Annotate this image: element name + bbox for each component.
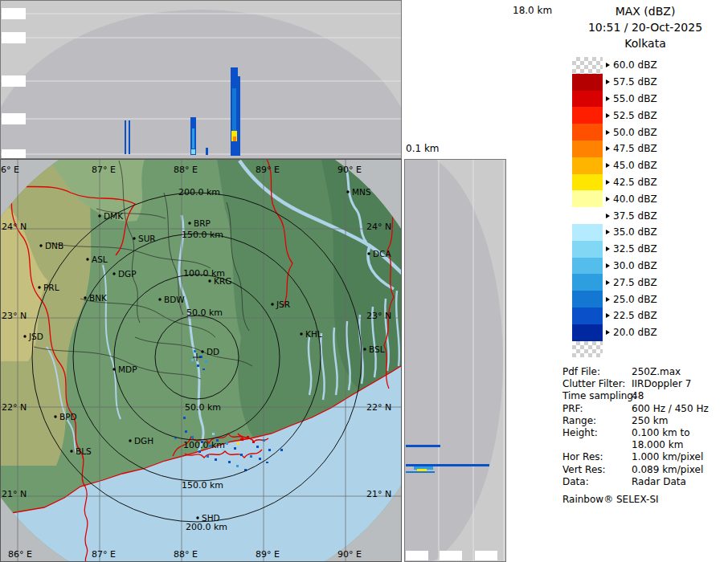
- city-label: MNS: [352, 187, 371, 197]
- longitude-label: 88° E: [174, 165, 198, 175]
- city-dot: [86, 258, 88, 260]
- legend-tick-arrow-icon: [606, 280, 610, 285]
- latitude-label: 23° N: [2, 311, 27, 321]
- legend-value-label: 47.5 dBZ: [613, 143, 657, 154]
- legend-tick-arrow-icon: [606, 146, 610, 151]
- city-dot: [201, 350, 203, 352]
- legend-value-label: 57.5 dBZ: [613, 76, 657, 88]
- legend-tick-arrow-icon: [606, 330, 610, 335]
- info-label: Vert Res:: [562, 464, 632, 476]
- city-dot: [367, 252, 370, 255]
- city-dot: [196, 516, 198, 519]
- info-value: 250Z.max: [632, 366, 681, 378]
- legend-value-label: 22.5 dBZ: [613, 310, 657, 321]
- radar-display-window: { "axes": { "top": "18.0 km", "corner": …: [0, 0, 728, 562]
- station-name: Kolkata: [562, 35, 728, 51]
- legend-value-label: 40.0 dBZ: [613, 193, 657, 205]
- city-dot: [23, 335, 26, 337]
- legend-entry: 20.0 dBZ: [572, 324, 728, 341]
- legend-tick-arrow-icon: [606, 130, 610, 135]
- right-cross-section-panel: [404, 159, 506, 562]
- height-axis-min-label: 0.1 km: [406, 143, 440, 154]
- legend-entry: 57.5 dBZ: [572, 74, 728, 91]
- legend-value-label: 60.0 dBZ: [613, 59, 657, 71]
- latitude-label: 21° N: [2, 489, 27, 499]
- city-label: DCA: [373, 249, 391, 259]
- legend-tick-arrow-icon: [606, 230, 610, 234]
- city-label: SUR: [138, 234, 156, 243]
- legend-entry: 60.0 dBZ: [572, 57, 728, 74]
- legend-swatch: [572, 274, 603, 291]
- info-value: Radar Data: [632, 476, 686, 488]
- city-dot: [112, 368, 115, 370]
- legend-tick-arrow-icon: [606, 79, 610, 84]
- info-row: Data:Radar Data: [562, 476, 728, 488]
- legend-entry: 30.0 dBZ: [572, 258, 728, 275]
- radar-map-panel: MNSDMKBRPSURDNBASLDGPKRGDCAPRLBNKBDWJSRJ…: [0, 159, 402, 562]
- info-label: PRF:: [562, 403, 632, 415]
- latitude-label: 22° N: [366, 402, 391, 413]
- city-dot: [70, 450, 72, 452]
- legend-value-label: 37.5 dBZ: [613, 210, 657, 222]
- info-label: Clutter Filter:: [562, 378, 632, 390]
- city-dot: [158, 298, 161, 300]
- legend-entry: 42.5 dBZ: [572, 174, 728, 191]
- info-value: 250 km: [632, 415, 668, 427]
- legend-swatch: [572, 140, 603, 157]
- legend-scale: 60.0 dBZ57.5 dBZ55.0 dBZ52.5 dBZ50.0 dBZ…: [562, 57, 728, 357]
- info-label: Data:: [562, 476, 632, 488]
- legend-swatch: [572, 124, 603, 140]
- latitude-label: 24° N: [366, 222, 391, 232]
- city-label: BDW: [164, 295, 185, 304]
- legend-tick-arrow-icon: [606, 163, 610, 168]
- legend-swatch: [572, 291, 603, 307]
- info-label: Time sampling:: [562, 390, 632, 402]
- software-branding: Rainbow® SELEX-SI: [562, 494, 728, 506]
- legend-entry: 27.5 dBZ: [572, 274, 728, 291]
- city-label: JSR: [276, 299, 290, 309]
- range-ring-label: 150.0 km: [182, 480, 223, 491]
- legend-entry: 45.0 dBZ: [572, 157, 728, 174]
- legend-swatch: [572, 91, 603, 108]
- info-row: Vert Res:0.089 km/pixel: [562, 464, 728, 476]
- info-row: Hor Res:1.000 km/pixel: [562, 451, 728, 463]
- legend-swatch: [572, 324, 603, 341]
- range-ring-label: 100.0 km: [183, 268, 225, 279]
- legend-swatch: [572, 174, 603, 191]
- legend-swatch: [572, 241, 603, 258]
- longitude-label: 86° E: [8, 549, 32, 560]
- legend-swatch: [572, 307, 603, 324]
- legend-value-label: 52.5 dBZ: [613, 110, 657, 121]
- city-dot: [129, 439, 131, 442]
- legend-tick-arrow-icon: [606, 197, 610, 202]
- city-dot: [38, 286, 40, 288]
- info-row: Clutter Filter:IIRDoppler 7: [562, 378, 728, 390]
- city-dot: [300, 332, 302, 335]
- info-label: Hor Res:: [562, 451, 632, 463]
- height-tick-boxes: [406, 551, 497, 560]
- scan-info-panel: Pdf File:250Z.maxClutter Filter:IIRDoppl…: [562, 366, 728, 506]
- info-label: Range:: [562, 415, 632, 427]
- legend-entry: 32.5 dBZ: [572, 241, 728, 258]
- city-dot: [188, 222, 190, 224]
- legend-tick-arrow-icon: [606, 214, 610, 218]
- city-dot: [208, 279, 211, 282]
- info-row: PRF:600 Hz / 450 Hz: [562, 403, 728, 415]
- legend-value-label: 25.0 dBZ: [613, 294, 657, 305]
- legend-entry: 52.5 dBZ: [572, 107, 728, 124]
- info-row: Pdf File:250Z.max: [562, 366, 728, 378]
- info-row: Time sampling:48: [562, 390, 728, 402]
- legend-value-label: 27.5 dBZ: [613, 277, 657, 288]
- legend-tick-arrow-icon: [606, 313, 610, 318]
- height-axis-max-label: 18.0 km: [513, 5, 552, 16]
- legend-value-label: 55.0 dBZ: [613, 93, 657, 104]
- longitude-label: 90° E: [337, 165, 362, 175]
- range-ring-label: 50.0 km: [185, 402, 221, 413]
- legend-tick-arrow-icon: [606, 263, 610, 268]
- latitude-label: 24° N: [2, 222, 27, 232]
- legend-tick-arrow-icon: [606, 96, 610, 101]
- city-label: BPD: [59, 412, 77, 422]
- city-label: MDP: [118, 364, 137, 374]
- legend-swatch: [572, 190, 603, 207]
- city-label: DD: [207, 347, 219, 356]
